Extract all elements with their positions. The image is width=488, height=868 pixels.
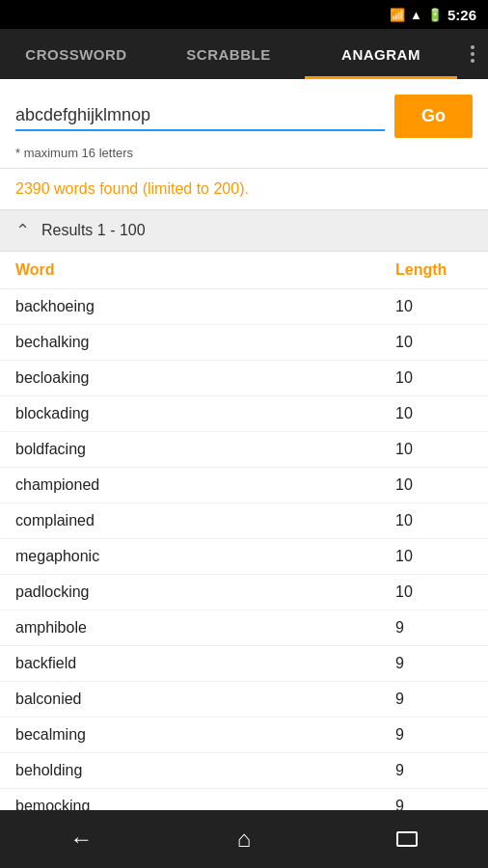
table-row: becloaking 10	[0, 361, 488, 396]
bottom-nav: ← ⌂	[0, 810, 488, 868]
more-dots-icon	[471, 45, 474, 63]
search-input[interactable]	[15, 101, 385, 129]
results-range: Results 1 - 100	[41, 222, 146, 239]
search-input-wrapper	[15, 101, 385, 131]
table-row: boldfacing 10	[0, 432, 488, 468]
tab-anagram[interactable]: ANAGRAM	[305, 29, 457, 79]
results-count-text: 2390 words found (limited to 200).	[15, 180, 249, 197]
collapse-icon[interactable]: ⌃	[15, 220, 30, 241]
table-row: balconied 9	[0, 682, 488, 718]
word-rows-container: backhoeing 10 bechalking 10 becloaking 1…	[0, 289, 488, 815]
table-row: padlocking 10	[0, 575, 488, 610]
status-bar: 📶 ▲ 🔋 5:26	[0, 0, 488, 29]
word-cell: backhoeing	[15, 298, 395, 315]
word-cell: blockading	[15, 405, 395, 422]
search-area: Go * maximum 16 letters	[0, 79, 488, 169]
length-cell: 9	[395, 691, 473, 708]
back-button[interactable]: ←	[52, 820, 110, 858]
length-cell: 10	[395, 334, 473, 351]
table-row: championed 10	[0, 468, 488, 503]
table-row: blockading 10	[0, 396, 488, 432]
signal-icon: ▲	[410, 8, 422, 22]
tab-scrabble[interactable]: SCRABBLE	[152, 29, 305, 79]
table-row: backhoeing 10	[0, 289, 488, 325]
battery-icon: 🔋	[427, 8, 443, 22]
length-cell: 10	[395, 441, 473, 458]
length-cell: 10	[395, 512, 473, 529]
hint-text: * maximum 16 letters	[15, 146, 473, 160]
home-button[interactable]: ⌂	[215, 820, 273, 858]
length-cell: 9	[395, 619, 473, 637]
word-cell: becloaking	[15, 369, 395, 387]
column-header-word: Word	[15, 261, 395, 279]
word-cell: becalming	[15, 726, 395, 744]
status-icons: 📶 ▲ 🔋 5:26	[390, 7, 476, 23]
word-cell: amphibole	[15, 619, 395, 637]
word-cell: balconied	[15, 691, 395, 708]
go-button[interactable]: Go	[394, 95, 473, 138]
results-header: ⌃ Results 1 - 100	[0, 210, 488, 252]
length-cell: 10	[395, 548, 473, 565]
search-row: Go	[15, 95, 473, 138]
word-list-header: Word Length	[0, 252, 488, 289]
word-cell: megaphonic	[15, 548, 395, 565]
length-cell: 9	[395, 655, 473, 672]
length-cell: 10	[395, 583, 473, 601]
table-row: beholding 9	[0, 753, 488, 789]
length-cell: 10	[395, 405, 473, 422]
word-cell: beholding	[15, 762, 395, 779]
tab-crossword[interactable]: CROSSWORD	[0, 29, 152, 79]
home-icon: ⌂	[237, 826, 252, 853]
table-row: bechalking 10	[0, 325, 488, 361]
status-time: 5:26	[447, 7, 476, 23]
table-row: megaphonic 10	[0, 539, 488, 575]
table-row: becalming 9	[0, 718, 488, 753]
column-header-length: Length	[395, 261, 473, 279]
results-count-bar: 2390 words found (limited to 200).	[0, 169, 488, 210]
length-cell: 9	[395, 726, 473, 744]
length-cell: 10	[395, 298, 473, 315]
table-row: amphibole 9	[0, 610, 488, 646]
word-cell: complained	[15, 512, 395, 529]
word-cell: padlocking	[15, 583, 395, 601]
word-cell: bechalking	[15, 334, 395, 351]
wifi-icon: 📶	[390, 8, 405, 22]
length-cell: 10	[395, 369, 473, 387]
word-cell: championed	[15, 476, 395, 494]
table-row: complained 10	[0, 503, 488, 539]
length-cell: 10	[395, 476, 473, 494]
word-list: Word Length backhoeing 10 bechalking 10 …	[0, 252, 488, 815]
table-row: backfield 9	[0, 646, 488, 682]
length-cell: 9	[395, 762, 473, 779]
tab-more-button[interactable]	[457, 29, 488, 79]
recents-button[interactable]	[378, 820, 436, 858]
word-cell: backfield	[15, 655, 395, 672]
back-arrow-icon: ←	[69, 826, 93, 853]
tab-bar: CROSSWORD SCRABBLE ANAGRAM	[0, 29, 488, 79]
word-cell: boldfacing	[15, 441, 395, 458]
recents-icon	[396, 831, 418, 847]
